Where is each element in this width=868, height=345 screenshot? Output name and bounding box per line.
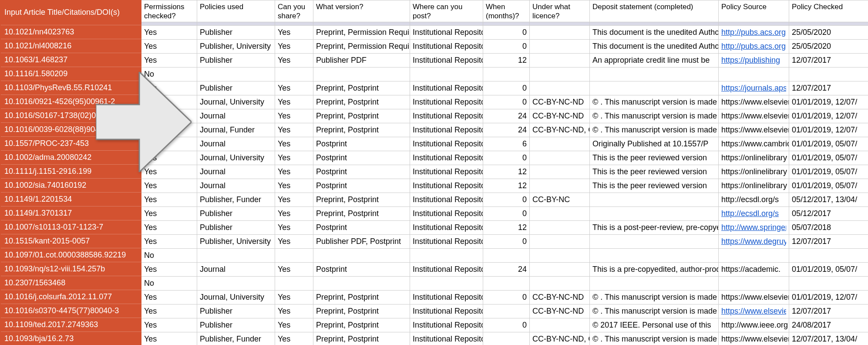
table-cell-licence[interactable] <box>530 179 590 193</box>
table-cell-when[interactable]: 24 <box>483 263 530 277</box>
table-cell-share[interactable]: Yes <box>275 123 313 137</box>
table-cell-policies[interactable]: Journal <box>197 263 275 277</box>
table-cell-when[interactable] <box>483 332 530 345</box>
column-header[interactable]: Where can you post? <box>410 0 483 22</box>
table-cell-share[interactable] <box>275 277 313 291</box>
table-cell-post[interactable]: Institutional Repository <box>410 165 483 179</box>
table-cell-when[interactable]: 24 <box>483 123 530 137</box>
table-cell-deposit[interactable]: © . This manuscript version is made <box>590 123 719 137</box>
table-cell-licence[interactable] <box>530 54 590 68</box>
table-cell-policies[interactable]: Publisher <box>197 221 275 235</box>
table-cell-when[interactable]: 0 <box>483 235 530 249</box>
table-cell-version[interactable]: Preprint, Postprint <box>313 95 410 109</box>
table-cell-share[interactable] <box>275 249 313 263</box>
table-cell-version[interactable]: Postprint <box>313 151 410 165</box>
table-cell-post[interactable]: Institutional Repository <box>410 332 483 345</box>
table-cell-licence[interactable]: CC-BY-NC-ND <box>530 304 590 318</box>
table-cell-source[interactable]: http://www.ieee.org <box>719 318 789 332</box>
table-cell-post[interactable]: Institutional Repository <box>410 123 483 137</box>
table-cell-share[interactable]: Yes <box>275 54 313 68</box>
table-cell-version[interactable]: Preprint, Postprint <box>313 332 410 345</box>
table-cell-version[interactable]: Preprint, Postprint <box>313 304 410 318</box>
table-cell-version[interactable]: Publisher PDF <box>313 54 410 68</box>
doi-cell[interactable]: 10.1002/sia.740160192 <box>1 179 141 193</box>
table-cell-post[interactable]: Institutional Repository <box>410 221 483 235</box>
table-cell-source[interactable]: https://www.elsevier <box>719 123 789 137</box>
table-cell-source[interactable]: https://www.cambridge <box>719 137 789 151</box>
table-cell-policyChecked[interactable]: 01/01/2019, 05/07/ <box>789 179 868 193</box>
table-cell-share[interactable]: Yes <box>275 165 313 179</box>
table-cell-policyChecked[interactable]: 12/07/2017 <box>789 304 868 318</box>
table-cell-source[interactable]: https://www.elsevier <box>719 109 789 123</box>
table-cell-source[interactable]: http://ecsdl.org/s <box>719 207 789 221</box>
table-cell-policyChecked[interactable]: 01/01/2019, 12/07/ <box>789 123 868 137</box>
column-header[interactable]: When (months)? <box>483 0 530 22</box>
table-cell-share[interactable] <box>275 68 313 81</box>
table-cell-when[interactable]: 12 <box>483 179 530 193</box>
table-cell-licence[interactable] <box>530 137 590 151</box>
table-cell-deposit[interactable]: © . This manuscript version is made <box>590 95 719 109</box>
table-cell-licence[interactable] <box>530 151 590 165</box>
column-header[interactable]: Under what licence? <box>530 0 590 22</box>
table-cell-policyChecked[interactable]: 05/12/2017, 13/04/ <box>789 193 868 207</box>
doi-cell[interactable]: 10.1063/1.468237 <box>1 53 141 67</box>
doi-cell[interactable]: 10.2307/1563468 <box>1 276 141 290</box>
table-cell-deposit[interactable] <box>590 193 719 207</box>
table-cell-version[interactable]: Preprint, Postprint <box>313 81 410 95</box>
table-cell-source[interactable]: https://onlinelibrary <box>719 179 789 193</box>
table-cell-licence[interactable] <box>530 221 590 235</box>
table-cell-licence[interactable] <box>530 277 590 291</box>
table-cell-policies[interactable]: Publisher <box>197 304 275 318</box>
table-cell-licence[interactable]: CC-BY-NC-ND <box>530 95 590 109</box>
table-cell-version[interactable]: Postprint <box>313 179 410 193</box>
table-cell-checked[interactable]: Yes <box>141 291 197 304</box>
table-cell-version[interactable]: Preprint, Postprint <box>313 123 410 137</box>
table-cell-deposit[interactable]: This document is the unedited Author <box>590 26 719 40</box>
table-cell-version[interactable] <box>313 68 410 81</box>
doi-cell[interactable]: 10.1093/bja/16.2.73 <box>1 332 141 345</box>
table-cell-share[interactable]: Yes <box>275 318 313 332</box>
table-cell-share[interactable]: Yes <box>275 235 313 249</box>
table-cell-deposit[interactable]: Originally Published at 10.1557/P <box>590 137 719 151</box>
table-cell-post[interactable] <box>410 277 483 291</box>
column-header[interactable]: What version? <box>313 0 410 22</box>
table-cell-post[interactable]: Institutional Repository <box>410 207 483 221</box>
table-cell-deposit[interactable]: This is the peer reviewed version <box>590 151 719 165</box>
table-cell-version[interactable] <box>313 249 410 263</box>
table-cell-source[interactable]: https://academic. <box>719 263 789 277</box>
table-cell-policies[interactable]: Journal, University <box>197 95 275 109</box>
table-cell-policyChecked[interactable]: 25/05/2020 <box>789 40 868 54</box>
table-cell-policyChecked[interactable]: 12/07/2017 <box>789 235 868 249</box>
table-cell-post[interactable]: Institutional Repository <box>410 179 483 193</box>
table-cell-post[interactable]: Institutional Repository <box>410 193 483 207</box>
table-cell-checked[interactable]: No <box>141 249 197 263</box>
table-cell-version[interactable]: Preprint, Postprint <box>313 193 410 207</box>
table-cell-checked[interactable]: Yes <box>141 304 197 318</box>
table-cell-post[interactable]: Institutional Repository <box>410 54 483 68</box>
table-cell-deposit[interactable]: © . This manuscript version is made <box>590 332 719 345</box>
table-cell-version[interactable] <box>313 277 410 291</box>
table-cell-post[interactable]: Institutional Repository <box>410 318 483 332</box>
table-cell-deposit[interactable]: © . This manuscript version is made <box>590 109 719 123</box>
table-cell-policies[interactable]: Publisher, Funder <box>197 332 275 345</box>
table-cell-when[interactable]: 24 <box>483 109 530 123</box>
table-cell-deposit[interactable]: This is the peer reviewed version <box>590 165 719 179</box>
table-cell-version[interactable]: Postprint <box>313 165 410 179</box>
table-cell-source[interactable] <box>719 277 789 291</box>
table-cell-share[interactable]: Yes <box>275 332 313 345</box>
table-cell-policyChecked[interactable]: 01/01/2019, 05/07/ <box>789 165 868 179</box>
doi-cell[interactable]: 10.1021/nl4008216 <box>1 39 141 53</box>
table-cell-share[interactable]: Yes <box>275 40 313 54</box>
table-cell-source[interactable] <box>719 68 789 81</box>
table-cell-post[interactable]: Institutional Repository <box>410 263 483 277</box>
policy-source-link[interactable]: http://ecsdl.org/s <box>721 209 779 218</box>
table-cell-policyChecked[interactable] <box>789 68 868 81</box>
table-cell-licence[interactable] <box>530 235 590 249</box>
table-cell-when[interactable] <box>483 277 530 291</box>
table-cell-version[interactable]: Preprint, Postprint <box>313 291 410 304</box>
policy-source-link[interactable]: https://www.degruyter <box>721 237 786 246</box>
table-cell-policies[interactable]: Publisher, University <box>197 235 275 249</box>
doi-cell[interactable]: 10.1021/nn4023763 <box>1 25 141 39</box>
table-cell-when[interactable] <box>483 68 530 81</box>
table-cell-checked[interactable]: Yes <box>141 207 197 221</box>
